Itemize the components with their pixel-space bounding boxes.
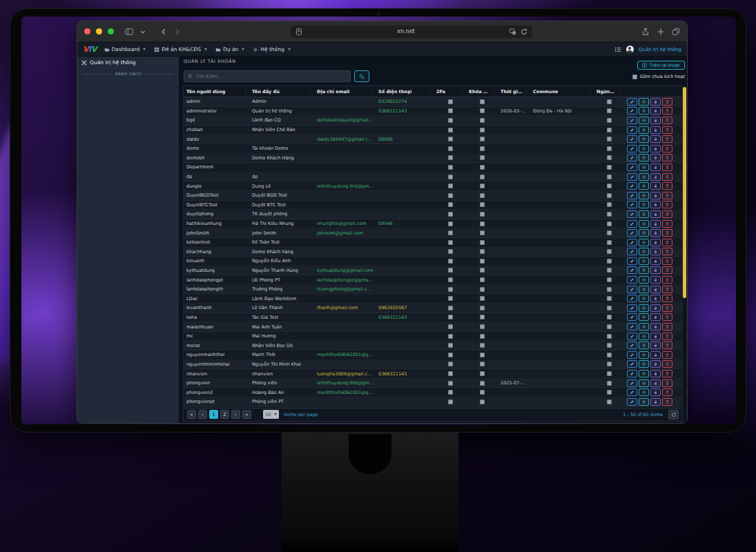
table-row[interactable]: DuyetBTCTestDuyệt BTC Test [184,201,682,210]
suspended-checkbox[interactable] [607,118,612,123]
suspended-checkbox[interactable] [607,230,612,235]
delete-button[interactable] [662,201,672,208]
lock-device-checkbox[interactable] [480,287,485,292]
twofa-checkbox[interactable] [448,108,453,113]
delete-button[interactable] [662,164,672,171]
permissions-button[interactable] [650,107,661,115]
delete-button[interactable] [662,351,672,359]
permissions-button[interactable] [650,360,661,368]
suspended-checkbox[interactable] [607,202,612,207]
nav-item-dashboard[interactable]: Dashboard [104,46,146,52]
settings-button[interactable] [639,107,649,115]
delete-button[interactable] [662,248,672,255]
edit-button[interactable] [627,398,637,406]
lock-device-checkbox[interactable] [480,324,485,329]
column-header-4[interactable]: 2Fa⋮ [434,86,466,97]
search-submit-button[interactable] [354,70,369,82]
delete-button[interactable] [662,135,672,143]
suspended-checkbox[interactable] [607,108,612,113]
permissions-button[interactable] [650,98,661,106]
twofa-checkbox[interactable] [448,296,453,301]
back-button[interactable] [159,28,168,36]
edit-button[interactable] [627,248,637,255]
permissions-button[interactable] [650,145,661,152]
settings-button[interactable] [639,323,649,331]
twofa-checkbox[interactable] [448,268,453,273]
delete-button[interactable] [662,117,672,124]
edit-button[interactable] [627,173,637,181]
delete-button[interactable] [662,342,672,349]
table-row[interactable]: lwhaTác Giả Test0366321143 [184,313,682,323]
edit-button[interactable] [627,135,637,143]
lock-device-checkbox[interactable] [480,334,485,339]
edit-button[interactable] [627,182,637,190]
edit-button[interactable] [627,360,637,368]
table-scrollbar[interactable] [683,87,686,298]
delete-button[interactable] [662,229,672,237]
settings-button[interactable] [639,98,649,106]
suspended-checkbox[interactable] [607,390,612,395]
twofa-checkbox[interactable] [448,390,453,395]
settings-button[interactable] [639,210,649,218]
edit-button[interactable] [627,304,637,312]
page-size-select[interactable]: 50 [263,410,279,419]
delete-button[interactable] [662,304,672,312]
delete-button[interactable] [662,182,672,190]
share-icon[interactable] [641,28,650,36]
delete-button[interactable] [662,145,672,152]
delete-button[interactable] [662,126,672,134]
lock-device-checkbox[interactable] [480,221,485,226]
edit-button[interactable] [627,388,637,396]
close-window-button[interactable] [84,28,90,34]
twofa-checkbox[interactable] [448,212,453,217]
twofa-checkbox[interactable] [448,193,453,198]
twofa-checkbox[interactable] [448,362,453,366]
lock-device-checkbox[interactable] [480,390,485,395]
edit-button[interactable] [627,351,637,359]
table-row[interactable]: moratNhân Viên Đọc Dò [184,341,682,351]
permissions-button[interactable] [650,173,661,181]
column-header-2[interactable]: Địa chỉ email⋮ [314,86,376,97]
column-menu-icon[interactable]: ⋮ [617,89,622,94]
table-row[interactable]: khachhangDemo Khách hàng [184,248,682,257]
column-header-8[interactable]: Ngừng ...⋮ [594,86,623,97]
edit-button[interactable] [627,220,637,228]
table-row[interactable]: nguyenmanhthoiMạnh Thờimanhthoi04062001@… [184,351,682,360]
delete-button[interactable] [662,107,672,115]
table-row[interactable]: mcMai Hương [184,332,682,342]
settings-button[interactable] [639,286,649,293]
table-row[interactable]: chebanNhân Viên Chế Bản [184,126,682,135]
settings-button[interactable] [639,201,649,208]
twofa-checkbox[interactable] [448,146,453,151]
table-row[interactable]: phongvienptPhóng viên PT [184,397,682,407]
lock-device-checkbox[interactable] [480,381,485,386]
lock-device-checkbox[interactable] [480,202,485,207]
settings-button[interactable] [639,164,649,171]
settings-button[interactable] [639,257,649,265]
suspended-checkbox[interactable] [607,268,612,273]
delete-button[interactable] [662,370,672,377]
permissions-button[interactable] [650,304,661,312]
twofa-checkbox[interactable] [448,343,453,348]
permissions-button[interactable] [650,370,661,377]
permissions-button[interactable] [650,313,661,321]
table-row[interactable]: LDwiLãnh Đạo WorkItem [184,294,682,304]
table-row[interactable]: nhanviennhanvienluongha3009@gmail.com036… [184,369,682,379]
edit-button[interactable] [627,164,637,171]
lock-device-checkbox[interactable] [480,118,485,123]
permissions-button[interactable] [650,323,661,331]
lock-device-checkbox[interactable] [480,108,485,113]
suspended-checkbox[interactable] [607,277,612,282]
delete-button[interactable] [662,98,672,106]
table-row[interactable]: JohnSmithJohn Smithjohnsmt@gmail.com [184,228,682,238]
suspended-checkbox[interactable] [607,212,612,217]
table-row[interactable]: lanhdaophongthTrưởng Phòngtruongphong@gm… [184,285,682,295]
table-row[interactable]: maianhtuanMai Anh Tuấn [184,322,682,332]
settings-button[interactable] [639,295,649,302]
twofa-checkbox[interactable] [448,128,453,132]
settings-button[interactable] [639,379,649,387]
table-row[interactable]: levanthanhLê Văn Thànhthanh@gmail.com096… [184,304,682,313]
edit-button[interactable] [627,145,637,152]
settings-button[interactable] [639,192,649,199]
permissions-button[interactable] [650,239,661,246]
